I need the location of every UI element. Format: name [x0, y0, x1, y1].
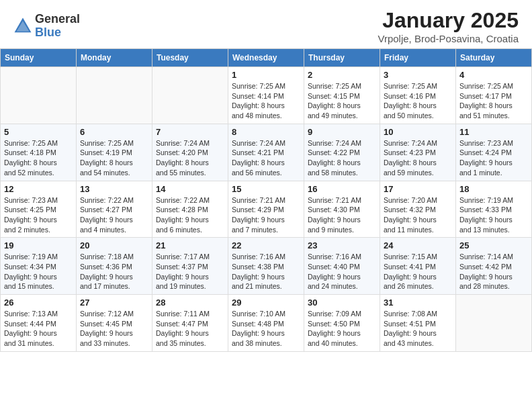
day-number: 17	[384, 184, 452, 194]
day-number: 20	[80, 240, 148, 250]
calendar-cell: 10Sunrise: 7:24 AMSunset: 4:23 PMDayligh…	[380, 124, 456, 181]
logo-icon	[13, 17, 32, 36]
weekday-header-cell: Thursday	[304, 49, 380, 67]
calendar-cell: 21Sunrise: 7:17 AMSunset: 4:37 PMDayligh…	[152, 238, 228, 295]
day-number: 21	[156, 240, 224, 250]
day-number: 7	[156, 127, 224, 137]
day-info: Sunrise: 7:25 AMSunset: 4:14 PMDaylight:…	[232, 81, 300, 121]
calendar-cell	[1, 67, 77, 124]
calendar-cell: 24Sunrise: 7:15 AMSunset: 4:41 PMDayligh…	[380, 238, 456, 295]
day-number: 31	[384, 298, 452, 308]
calendar-cell: 16Sunrise: 7:21 AMSunset: 4:30 PMDayligh…	[304, 181, 380, 238]
calendar-cell: 9Sunrise: 7:24 AMSunset: 4:22 PMDaylight…	[304, 124, 380, 181]
weekday-header-row: SundayMondayTuesdayWednesdayThursdayFrid…	[1, 49, 532, 67]
day-info: Sunrise: 7:19 AMSunset: 4:33 PMDaylight:…	[459, 195, 528, 235]
day-number: 28	[156, 298, 224, 308]
calendar-cell: 6Sunrise: 7:25 AMSunset: 4:19 PMDaylight…	[77, 124, 152, 181]
day-info: Sunrise: 7:24 AMSunset: 4:21 PMDaylight:…	[232, 138, 300, 178]
weekday-header-cell: Wednesday	[228, 49, 304, 67]
day-info: Sunrise: 7:10 AMSunset: 4:48 PMDaylight:…	[232, 309, 300, 349]
day-info: Sunrise: 7:13 AMSunset: 4:44 PMDaylight:…	[4, 309, 73, 349]
day-number: 11	[459, 127, 528, 137]
calendar-week-row: 26Sunrise: 7:13 AMSunset: 4:44 PMDayligh…	[1, 295, 532, 352]
weekday-header-cell: Tuesday	[152, 49, 228, 67]
day-number: 29	[232, 298, 300, 308]
calendar-cell: 13Sunrise: 7:22 AMSunset: 4:27 PMDayligh…	[77, 181, 152, 238]
day-info: Sunrise: 7:17 AMSunset: 4:37 PMDaylight:…	[156, 252, 224, 291]
calendar-cell: 5Sunrise: 7:25 AMSunset: 4:18 PMDaylight…	[1, 124, 77, 181]
calendar-cell	[152, 67, 228, 124]
day-info: Sunrise: 7:22 AMSunset: 4:27 PMDaylight:…	[80, 195, 148, 235]
calendar-week-row: 5Sunrise: 7:25 AMSunset: 4:18 PMDaylight…	[1, 124, 532, 181]
calendar-cell: 31Sunrise: 7:08 AMSunset: 4:51 PMDayligh…	[380, 295, 456, 352]
calendar-cell: 15Sunrise: 7:21 AMSunset: 4:29 PMDayligh…	[228, 181, 304, 238]
weekday-header-cell: Saturday	[456, 49, 532, 67]
day-info: Sunrise: 7:19 AMSunset: 4:34 PMDaylight:…	[4, 252, 73, 291]
calendar-cell: 8Sunrise: 7:24 AMSunset: 4:21 PMDaylight…	[228, 124, 304, 181]
calendar-week-row: 12Sunrise: 7:23 AMSunset: 4:25 PMDayligh…	[1, 181, 532, 238]
calendar-cell	[77, 67, 152, 124]
calendar-week-row: 19Sunrise: 7:19 AMSunset: 4:34 PMDayligh…	[1, 238, 532, 295]
day-info: Sunrise: 7:21 AMSunset: 4:30 PMDaylight:…	[308, 195, 376, 235]
day-number: 14	[156, 184, 224, 194]
day-info: Sunrise: 7:23 AMSunset: 4:25 PMDaylight:…	[4, 195, 73, 235]
day-info: Sunrise: 7:24 AMSunset: 4:20 PMDaylight:…	[156, 138, 224, 178]
calendar-cell: 23Sunrise: 7:16 AMSunset: 4:40 PMDayligh…	[304, 238, 380, 295]
day-info: Sunrise: 7:20 AMSunset: 4:32 PMDaylight:…	[384, 195, 452, 235]
logo-text: General Blue	[35, 13, 80, 40]
calendar-cell: 18Sunrise: 7:19 AMSunset: 4:33 PMDayligh…	[456, 181, 532, 238]
day-number: 5	[4, 127, 73, 137]
day-number: 25	[459, 240, 528, 250]
day-info: Sunrise: 7:23 AMSunset: 4:24 PMDaylight:…	[459, 138, 528, 178]
month-title: January 2025	[378, 8, 519, 33]
calendar-cell	[456, 295, 532, 352]
day-number: 15	[232, 184, 300, 194]
title-block: January 2025 Vrpolje, Brod-Posavina, Cro…	[378, 8, 519, 44]
calendar-cell: 17Sunrise: 7:20 AMSunset: 4:32 PMDayligh…	[380, 181, 456, 238]
day-info: Sunrise: 7:15 AMSunset: 4:41 PMDaylight:…	[384, 252, 452, 291]
calendar-cell: 22Sunrise: 7:16 AMSunset: 4:38 PMDayligh…	[228, 238, 304, 295]
day-number: 23	[308, 240, 376, 250]
day-number: 10	[384, 127, 452, 137]
calendar-cell: 1Sunrise: 7:25 AMSunset: 4:14 PMDaylight…	[228, 67, 304, 124]
day-number: 24	[384, 240, 452, 250]
day-info: Sunrise: 7:22 AMSunset: 4:28 PMDaylight:…	[156, 195, 224, 235]
calendar-cell: 19Sunrise: 7:19 AMSunset: 4:34 PMDayligh…	[1, 238, 77, 295]
day-info: Sunrise: 7:12 AMSunset: 4:45 PMDaylight:…	[80, 309, 148, 349]
location-title: Vrpolje, Brod-Posavina, Croatia	[378, 33, 519, 44]
day-number: 19	[4, 240, 73, 250]
weekday-header-cell: Monday	[77, 49, 152, 67]
weekday-header-cell: Friday	[380, 49, 456, 67]
logo-general: General	[35, 13, 80, 26]
day-number: 18	[459, 184, 528, 194]
day-number: 9	[308, 127, 376, 137]
day-number: 27	[80, 298, 148, 308]
day-info: Sunrise: 7:25 AMSunset: 4:15 PMDaylight:…	[308, 81, 376, 121]
calendar-cell: 3Sunrise: 7:25 AMSunset: 4:16 PMDaylight…	[380, 67, 456, 124]
calendar-cell: 7Sunrise: 7:24 AMSunset: 4:20 PMDaylight…	[152, 124, 228, 181]
day-info: Sunrise: 7:24 AMSunset: 4:22 PMDaylight:…	[308, 138, 376, 178]
calendar-cell: 12Sunrise: 7:23 AMSunset: 4:25 PMDayligh…	[1, 181, 77, 238]
calendar-body: 1Sunrise: 7:25 AMSunset: 4:14 PMDaylight…	[1, 67, 532, 352]
day-info: Sunrise: 7:25 AMSunset: 4:19 PMDaylight:…	[80, 138, 148, 178]
weekday-header-cell: Sunday	[1, 49, 77, 67]
day-info: Sunrise: 7:16 AMSunset: 4:40 PMDaylight:…	[308, 252, 376, 291]
day-number: 30	[308, 298, 376, 308]
day-info: Sunrise: 7:14 AMSunset: 4:42 PMDaylight:…	[459, 252, 528, 291]
calendar-cell: 25Sunrise: 7:14 AMSunset: 4:42 PMDayligh…	[456, 238, 532, 295]
calendar-week-row: 1Sunrise: 7:25 AMSunset: 4:14 PMDaylight…	[1, 67, 532, 124]
day-number: 26	[4, 298, 73, 308]
day-number: 22	[232, 240, 300, 250]
day-number: 1	[232, 70, 300, 80]
day-number: 16	[308, 184, 376, 194]
calendar-cell: 14Sunrise: 7:22 AMSunset: 4:28 PMDayligh…	[152, 181, 228, 238]
calendar-cell: 29Sunrise: 7:10 AMSunset: 4:48 PMDayligh…	[228, 295, 304, 352]
calendar-cell: 26Sunrise: 7:13 AMSunset: 4:44 PMDayligh…	[1, 295, 77, 352]
day-info: Sunrise: 7:24 AMSunset: 4:23 PMDaylight:…	[384, 138, 452, 178]
day-info: Sunrise: 7:25 AMSunset: 4:18 PMDaylight:…	[4, 138, 73, 178]
day-number: 3	[384, 70, 452, 80]
day-number: 8	[232, 127, 300, 137]
day-info: Sunrise: 7:21 AMSunset: 4:29 PMDaylight:…	[232, 195, 300, 235]
day-info: Sunrise: 7:18 AMSunset: 4:36 PMDaylight:…	[80, 252, 148, 291]
calendar-cell: 30Sunrise: 7:09 AMSunset: 4:50 PMDayligh…	[304, 295, 380, 352]
